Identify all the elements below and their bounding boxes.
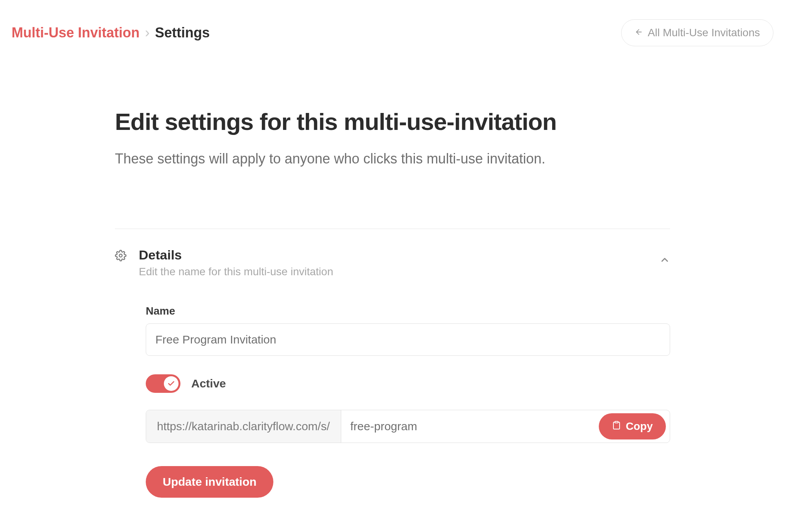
url-slug-input[interactable] [341,410,599,443]
breadcrumb: Multi-Use Invitation › Settings [12,25,210,41]
copy-button[interactable]: Copy [599,413,666,439]
active-toggle[interactable] [146,374,180,393]
details-section-header[interactable]: Details Edit the name for this multi-use… [115,247,670,278]
svg-rect-2 [615,421,618,423]
details-section-title: Details [139,247,647,263]
page-title: Edit settings for this multi-use-invitat… [115,108,670,135]
section-divider [115,229,670,229]
content: Edit settings for this multi-use-invitat… [61,108,724,498]
chevron-right-icon: › [145,25,150,41]
name-field-label: Name [146,305,670,317]
active-toggle-label: Active [191,377,226,390]
page-subtitle: These settings will apply to anyone who … [115,151,670,167]
url-input-group: https://katarinab.clarityflow.com/s/ Cop… [146,410,670,443]
copy-button-label: Copy [626,420,653,433]
svg-point-1 [119,254,122,257]
update-invitation-button[interactable]: Update invitation [146,466,273,498]
url-prefix: https://katarinab.clarityflow.com/s/ [146,410,341,443]
details-form: Name Active https://katarinab.clarityflo… [115,305,670,498]
breadcrumb-root[interactable]: Multi-Use Invitation [12,25,140,41]
breadcrumb-current: Settings [155,25,210,41]
clipboard-icon [612,420,621,433]
all-invitations-button[interactable]: All Multi-Use Invitations [621,19,773,46]
chevron-up-icon[interactable] [659,247,670,267]
gear-icon [115,250,126,263]
arrow-left-icon [635,27,643,39]
details-section-description: Edit the name for this multi-use invitat… [139,266,647,278]
topbar: Multi-Use Invitation › Settings All Mult… [12,19,773,46]
all-invitations-label: All Multi-Use Invitations [648,27,760,39]
check-icon [164,376,179,391]
name-input[interactable] [146,323,670,356]
